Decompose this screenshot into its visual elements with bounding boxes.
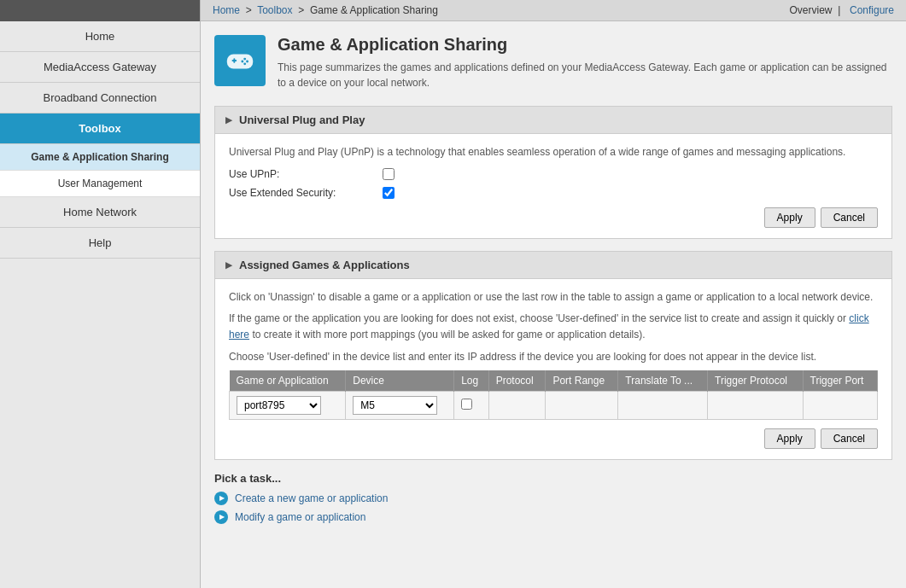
col-port-range: Port Range [546,370,618,392]
main-content: Home > Toolbox > Game & Application Shar… [201,0,906,588]
sidebar-item-broadband-connection[interactable]: Broadband Connection [0,83,200,114]
upnp-description: Universal Plug and Play (UPnP) is a tech… [229,144,878,160]
upnp-arrow-icon: ▶ [225,115,232,125]
sidebar: Home MediaAccess Gateway Broadband Conne… [0,0,201,588]
use-extended-checkbox[interactable] [383,187,395,199]
breadcrumb-configure-link[interactable]: Configure [850,4,894,16]
sidebar-logo [0,0,200,21]
page-description: This page summarizes the games and appli… [278,60,892,90]
upnp-button-row: Apply Cancel [229,207,878,228]
use-upnp-row: Use UPnP: [229,168,878,180]
page-title: Game & Application Sharing [278,35,892,55]
upnp-section-header[interactable]: ▶ Universal Plug and Play [215,107,891,134]
breadcrumb-right: Overview | Configure [789,4,894,16]
svg-point-3 [243,58,246,61]
col-translate: Translate To ... [618,370,708,392]
assigned-section-header[interactable]: ▶ Assigned Games & Applications [215,252,891,279]
upnp-apply-button[interactable]: Apply [764,207,815,228]
breadcrumb-overview-link[interactable]: Overview [789,4,832,16]
game-select[interactable]: port8795 User-defined [237,396,321,415]
breadcrumb: Home > Toolbox > Game & Application Shar… [201,0,906,21]
pick-task-heading: Pick a task... [214,472,892,485]
use-extended-row: Use Extended Security: [229,187,878,199]
col-trigger-port: Trigger Port [803,370,877,392]
svg-point-5 [241,61,243,63]
breadcrumb-home[interactable]: Home [213,4,240,16]
svg-point-6 [243,62,246,65]
breadcrumb-current: Game & Application Sharing [310,4,438,16]
app-table: Game or Application Device Log Protocol … [229,370,878,420]
modify-game-link[interactable]: Modify a game or application [235,511,365,523]
game-select-cell: port8795 User-defined [230,391,346,419]
sidebar-item-user-management[interactable]: User Management [0,171,200,197]
trigger-protocol-cell [708,391,803,419]
gamepad-icon [224,44,256,77]
page-content: Game & Application Sharing This page sum… [201,21,906,588]
use-extended-label: Use Extended Security: [229,187,383,199]
assigned-button-row: Apply Cancel [229,428,878,449]
assigned-section-body: Click on 'Unassign' to disable a game or… [215,279,891,459]
breadcrumb-path: Home > Toolbox > Game & Application Shar… [213,4,438,16]
assigned-info1: Click on 'Unassign' to disable a game or… [229,289,878,306]
protocol-cell [488,391,546,419]
upnp-title: Universal Plug and Play [239,114,365,126]
sidebar-item-toolbox[interactable]: Toolbox [0,114,200,144]
port-range-cell [546,391,618,419]
svg-rect-0 [227,54,253,68]
upnp-section: ▶ Universal Plug and Play Universal Plug… [214,106,892,239]
page-title-block: Game & Application Sharing This page sum… [278,35,892,90]
task-modify-game: Modify a game or application [214,510,892,524]
assigned-info3: Choose 'User-defined' in the device list… [229,349,878,365]
upnp-cancel-button[interactable]: Cancel [821,207,878,228]
sidebar-item-help[interactable]: Help [0,228,200,259]
assigned-cancel-button[interactable]: Cancel [821,428,878,449]
device-select[interactable]: M5 User-defined [353,396,437,415]
sidebar-item-home[interactable]: Home [0,21,200,52]
device-select-cell: M5 User-defined [346,391,454,419]
page-icon [214,35,266,86]
breadcrumb-toolbox[interactable]: Toolbox [257,4,292,16]
assigned-apply-button[interactable]: Apply [764,428,815,449]
col-device: Device [346,370,454,392]
log-cell [454,391,489,419]
log-checkbox[interactable] [461,399,472,410]
use-upnp-label: Use UPnP: [229,168,383,180]
trigger-port-cell [803,391,877,419]
assigned-section: ▶ Assigned Games & Applications Click on… [214,251,892,460]
col-log: Log [454,370,489,392]
assigned-arrow-icon: ▶ [225,260,232,270]
table-row: port8795 User-defined M5 User-defined [230,391,878,419]
task-arrow-icon-modify [214,510,228,524]
col-protocol: Protocol [488,370,546,392]
assigned-title: Assigned Games & Applications [239,259,410,271]
assigned-info2: If the game or the application you are l… [229,311,878,343]
svg-point-4 [246,61,248,63]
task-arrow-icon-create [214,492,228,505]
svg-rect-2 [233,58,235,63]
sidebar-item-game-app-sharing[interactable]: Game & Application Sharing [0,144,200,171]
sidebar-item-home-network[interactable]: Home Network [0,197,200,228]
col-trigger-protocol: Trigger Protocol [708,370,803,392]
page-header: Game & Application Sharing This page sum… [214,35,892,90]
upnp-section-body: Universal Plug and Play (UPnP) is a tech… [215,134,891,238]
sidebar-item-media-access-gateway[interactable]: MediaAccess Gateway [0,52,200,83]
translate-cell [618,391,708,419]
create-game-link[interactable]: Create a new game or application [235,492,388,504]
task-create-game: Create a new game or application [214,492,892,505]
use-upnp-checkbox[interactable] [383,168,395,180]
pick-task-section: Pick a task... Create a new game or appl… [214,472,892,524]
col-game: Game or Application [230,370,346,392]
